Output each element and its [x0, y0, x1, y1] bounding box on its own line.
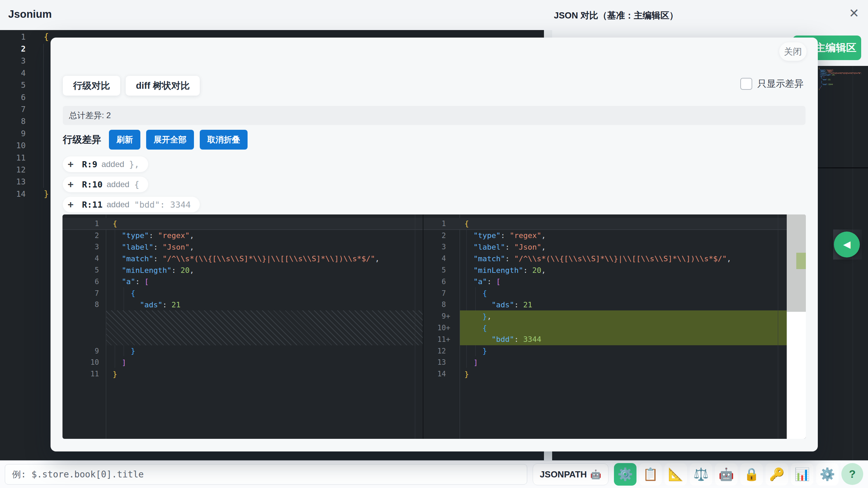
diff-pane-right[interactable]: 1{2 "type": "regex",3 "label": "Json",4 …	[423, 214, 806, 439]
diff-tag: added	[107, 200, 129, 209]
line-content: "label": "Json",	[113, 243, 194, 251]
tab-line-diff[interactable]: 行级对比	[63, 76, 120, 96]
code-line: 4 "match": "/^\\s*(\\{[\\s\\S]*\\}|\\[[\…	[62, 253, 423, 264]
diff-row[interactable]: +R:9added},	[63, 156, 148, 172]
line-number: 5	[423, 266, 446, 274]
line-number: 3	[62, 243, 99, 251]
diff-snippet: "bdd": 3344	[134, 200, 191, 210]
code-token	[113, 301, 140, 309]
code-token: "label"	[474, 243, 505, 251]
line-number: 2	[423, 232, 446, 240]
only-diff-toggle: 只显示差异	[740, 78, 803, 90]
code-line: 9 }	[62, 345, 423, 357]
jsonpath-input[interactable]	[5, 464, 527, 485]
indent-guide	[43, 44, 44, 188]
lock-button[interactable]: 🔒	[740, 463, 763, 486]
code-token: 20	[532, 266, 542, 275]
code-token: "/^\\s*(\\{[\\s\\S]*\\}|\\[[\\s\\S]*\\])…	[163, 254, 375, 263]
code-token: [	[144, 277, 149, 286]
compare-panel-title: JSON 对比（基准：主编辑区）	[554, 10, 678, 22]
code-token: :	[501, 231, 510, 240]
line-content: ]	[113, 358, 126, 367]
jsonpath-button[interactable]: JSONPATH 🤖	[533, 463, 608, 485]
help-button[interactable]: ?	[841, 463, 863, 485]
line-content: }	[464, 370, 469, 378]
line-content: {	[464, 324, 487, 332]
code-token: :	[523, 266, 532, 275]
code-token: :	[153, 254, 163, 263]
code-token: ,	[822, 80, 823, 82]
line-number: 6	[62, 278, 99, 286]
collapse-panel-button[interactable]: ◀	[834, 232, 860, 257]
code-token: 3344	[523, 335, 541, 344]
code-token: "minLength"	[474, 266, 523, 275]
line-content: "a": [	[113, 277, 149, 286]
line-content: {	[44, 32, 49, 42]
code-line: 2 "type": "regex",	[62, 230, 423, 241]
code-token: ,	[541, 231, 546, 240]
line-content: }	[464, 347, 487, 355]
code-token: "minLength"	[122, 266, 172, 275]
line-number: 7	[0, 105, 26, 114]
code-token: }	[113, 370, 117, 378]
code-line: 12 }	[423, 345, 806, 357]
code-line: 6 "a": [	[62, 276, 423, 288]
code-token	[464, 254, 474, 263]
key-button[interactable]: 🔑	[766, 463, 788, 486]
scales-button[interactable]: ⚖️	[690, 463, 712, 486]
action-button-0[interactable]: 刷新	[109, 130, 140, 150]
code-token: }	[482, 347, 487, 355]
tab-tree-diff[interactable]: diff 树状对比	[126, 76, 200, 96]
code-line: 7 {	[423, 288, 806, 299]
diff-row[interactable]: +R:10added{	[63, 177, 148, 192]
code-line: 9+ },	[423, 310, 806, 322]
line-number: 4	[423, 254, 446, 263]
only-diff-label: 只显示差异	[757, 78, 803, 90]
code-token: "type"	[122, 231, 149, 240]
diff-pane-left[interactable]: 1{2 "type": "regex",3 "label": "Json",4 …	[62, 214, 423, 439]
clipboard-button[interactable]: 📋	[639, 463, 662, 486]
code-token: 21	[523, 301, 532, 309]
line-content: {	[113, 289, 135, 297]
chart-button[interactable]: 📊	[791, 463, 813, 486]
code-token: :	[514, 301, 523, 309]
added-lines-marker	[796, 253, 806, 269]
code-token: "ads"	[140, 301, 162, 309]
line-content: "label": "Json",	[464, 243, 546, 251]
robot-button[interactable]: 🤖	[715, 463, 738, 486]
line-number: 11	[62, 370, 99, 378]
editor-divider-line	[853, 66, 853, 460]
line-number: 5	[0, 81, 26, 89]
code-token	[113, 266, 122, 275]
code-token: "bdd"	[491, 335, 514, 344]
code-token	[113, 289, 131, 297]
modal-close-button[interactable]: 关闭	[779, 42, 807, 61]
code-token: :	[505, 243, 514, 251]
code-token: "a"	[474, 277, 487, 286]
code-token: }	[131, 347, 135, 355]
line-number: 4	[0, 69, 26, 78]
code-line: 8 "ads": 21	[62, 299, 423, 311]
overview-scrollbar[interactable]	[787, 214, 806, 439]
gear-button[interactable]: ⚙️	[614, 463, 636, 486]
code-token	[464, 347, 482, 355]
close-icon[interactable]: ✕	[849, 6, 859, 20]
line-content: }	[44, 189, 49, 199]
code-line: 2 "type": "regex",	[423, 230, 806, 241]
section-label: 行级差异	[63, 133, 101, 146]
action-button-1[interactable]: 展开全部	[146, 130, 194, 150]
gear-alt-icon: ⚙️	[820, 467, 835, 482]
robot-icon: 🤖	[590, 469, 601, 480]
gear-alt-button[interactable]: ⚙️	[816, 463, 839, 486]
only-diff-checkbox[interactable]	[740, 78, 752, 90]
code-token	[113, 347, 131, 355]
diff-line-ref: R:9	[82, 159, 97, 169]
code-token: ,	[190, 266, 194, 275]
line-content: }	[113, 370, 117, 378]
code-token: "label"	[122, 243, 154, 251]
action-button-2[interactable]: 取消折叠	[200, 130, 248, 150]
diff-row[interactable]: +R:11added"bdd": 3344	[63, 197, 200, 212]
code-token	[464, 277, 474, 286]
code-token: }	[821, 85, 822, 87]
ruler-button[interactable]: 📐	[664, 463, 687, 486]
